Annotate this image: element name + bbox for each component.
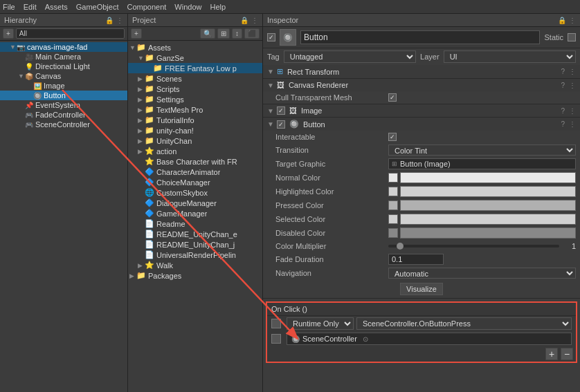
- canvas-renderer-header[interactable]: ▼ 🖼 Canvas Renderer ? ⋮: [263, 79, 580, 91]
- rect-transform-help-icon[interactable]: ?: [561, 68, 565, 75]
- hierarchy-add-btn[interactable]: +: [3, 28, 14, 39]
- file-universal-render[interactable]: 📄 UniversalRenderPipelin: [128, 250, 262, 260]
- menu-edit[interactable]: Edit: [24, 3, 37, 11]
- canvas-renderer-help-icon[interactable]: ?: [561, 82, 565, 89]
- file-readme-jp[interactable]: 📄 README_UnityChan_j: [128, 239, 262, 250]
- folder-tutorialinfo[interactable]: ▶ 📁 TutorialInfo: [128, 115, 262, 125]
- folder-settings[interactable]: ▶ 📁 Settings: [128, 94, 262, 104]
- onclick-obj-settings-icon[interactable]: ⊙: [363, 335, 368, 343]
- image-help-icon[interactable]: ?: [561, 107, 565, 115]
- project-view-btn[interactable]: ⊞: [217, 28, 230, 39]
- image-active-checkbox[interactable]: ✓: [277, 106, 285, 115]
- transition-row: Transition Color Tint: [263, 143, 580, 157]
- image-settings-icon[interactable]: ⋮: [569, 107, 576, 115]
- folder-unitychan[interactable]: ▶ 📁 UnityChan: [128, 136, 262, 146]
- button-settings-icon[interactable]: ⋮: [569, 120, 576, 128]
- highlighted-color-swatch[interactable]: [388, 187, 398, 196]
- pressed-color-swatch[interactable]: [388, 200, 398, 210]
- menu-help[interactable]: Help: [210, 3, 226, 11]
- folder-unity-chan[interactable]: ▶ 📁 unity-chan!: [128, 125, 262, 136]
- highlighted-color-input[interactable]: [400, 186, 576, 197]
- folder-packages[interactable]: ▶ 📁 Packages: [128, 270, 262, 281]
- visualize-button[interactable]: Visualize: [400, 283, 443, 295]
- color-multiplier-track[interactable]: [388, 245, 559, 248]
- onclick-obj-label: SceneController: [302, 335, 357, 343]
- file-readme[interactable]: 📄 Readme: [128, 218, 262, 229]
- folder-ganzse[interactable]: ▼ 📁 GanzSe: [128, 53, 262, 63]
- folder-textmesh[interactable]: ▶ 📁 TextMesh Pro: [128, 104, 262, 115]
- button-active-checkbox[interactable]: ✓: [277, 120, 285, 129]
- onclick-remove-button[interactable]: −: [561, 348, 573, 360]
- onclick-obj-field[interactable]: 🔘 SceneController ⊙: [287, 333, 572, 345]
- cull-transparent-checkbox[interactable]: ✓: [388, 93, 397, 102]
- image-header[interactable]: ▼ ✓ 🖼 Image ? ⋮: [263, 104, 580, 117]
- disabled-color-input[interactable]: [400, 227, 576, 239]
- gameobject-active-checkbox[interactable]: ✓: [267, 33, 275, 41]
- canvas-renderer-settings-icon[interactable]: ⋮: [569, 82, 576, 89]
- layer-select[interactable]: UI: [444, 50, 576, 63]
- project-search-btn[interactable]: 🔍: [200, 28, 215, 39]
- button-header[interactable]: ▼ ✓ 🔘 Button ? ⋮: [263, 118, 580, 131]
- folder-scripts[interactable]: ▶ 📁 Scripts: [128, 84, 262, 94]
- file-character-animator[interactable]: 🔷 CharacterAnimator: [128, 167, 262, 177]
- folder-action[interactable]: ▶ ⭐ action: [128, 146, 262, 156]
- file-custom-skybox[interactable]: 🌐 CustomSkybox: [128, 187, 262, 198]
- folder-free-fantasy[interactable]: 📁 FREE Fantasy Low p: [128, 63, 262, 73]
- project-add-btn[interactable]: +: [131, 28, 142, 39]
- pressed-color-input[interactable]: [400, 200, 576, 211]
- rect-transform-settings-icon[interactable]: ⋮: [569, 68, 576, 75]
- transition-select[interactable]: Color Tint: [388, 144, 576, 156]
- tree-item-fadecontroller[interactable]: 🎮 FadeController: [0, 110, 127, 120]
- file-readme-en[interactable]: 📄 README_UnityChan_e: [128, 229, 262, 239]
- button-help-icon[interactable]: ?: [561, 120, 565, 128]
- inspector-menu-icon[interactable]: ⋮: [569, 17, 576, 24]
- menu-file[interactable]: File: [3, 3, 15, 11]
- folder-walk[interactable]: ▶ ⭐ Walk: [128, 260, 262, 270]
- static-checkbox[interactable]: [568, 33, 576, 41]
- selected-color-input[interactable]: [400, 214, 576, 225]
- onclick-obj-drag: [271, 334, 281, 344]
- target-graphic-field[interactable]: ⊞ Button (Image): [388, 158, 576, 169]
- tree-item-canvas[interactable]: ▼ 📦 Canvas: [0, 71, 127, 81]
- tree-item-main-camera[interactable]: 🎥 Main Camera: [0, 52, 127, 62]
- tree-item-canvas-image-fad[interactable]: ▼ 📷 canvas-image-fad: [0, 42, 127, 52]
- tree-item-directional-light[interactable]: 💡 Directional Light: [0, 62, 127, 71]
- file-choice-manager[interactable]: 🔷 ChoiceManager: [128, 177, 262, 187]
- normal-color-input[interactable]: [400, 172, 576, 183]
- fade-duration-input[interactable]: [388, 254, 444, 265]
- project-menu-icon[interactable]: ⋮: [251, 17, 258, 24]
- project-sort-btn[interactable]: ↕: [232, 28, 242, 39]
- onclick-handler-select[interactable]: SceneController.OnButtonPress: [356, 317, 572, 330]
- selected-color-row: Selected Color: [263, 212, 580, 226]
- menu-gameobject[interactable]: GameObject: [76, 3, 119, 11]
- file-game-manager[interactable]: 🔷 GameManager: [128, 208, 262, 218]
- tree-item-scenecontroller[interactable]: 🎮 SceneController: [0, 120, 127, 129]
- navigation-select[interactable]: Automatic: [388, 268, 576, 279]
- file-base-character[interactable]: ⭐ Base Character with FR: [128, 156, 262, 167]
- selected-color-swatch[interactable]: [388, 214, 398, 224]
- file-dialogue-manager[interactable]: 🔷 DialogueManager: [128, 198, 262, 208]
- normal-color-swatch[interactable]: [388, 173, 398, 183]
- color-multiplier-thumb[interactable]: [397, 243, 404, 250]
- project-filter-btn[interactable]: ⬛: [244, 28, 260, 39]
- folder-assets[interactable]: ▼ 📁 Assets: [128, 42, 262, 53]
- menu-component[interactable]: Component: [127, 3, 166, 11]
- tree-item-eventsystem[interactable]: 📌 EventSystem: [0, 100, 127, 110]
- disabled-color-swatch[interactable]: [388, 228, 398, 238]
- menu-assets[interactable]: Assets: [45, 3, 68, 11]
- interactable-checkbox[interactable]: ✓: [388, 133, 397, 141]
- tree-item-image[interactable]: 🖼️ Image: [0, 81, 127, 91]
- inspector-lock-icon[interactable]: 🔒: [558, 17, 566, 24]
- tree-item-button[interactable]: 🔘 Button: [0, 91, 127, 100]
- onclick-mode-select[interactable]: Runtime Only: [287, 317, 354, 330]
- menu-window[interactable]: Window: [174, 3, 201, 11]
- hierarchy-search[interactable]: [16, 28, 125, 39]
- rect-transform-header[interactable]: ▼ ⊞ Rect Transform ? ⋮: [263, 65, 580, 78]
- hierarchy-menu-icon[interactable]: ⋮: [116, 17, 123, 24]
- gameobject-name-input[interactable]: [300, 30, 540, 44]
- onclick-add-button[interactable]: +: [545, 348, 558, 360]
- project-lock-icon[interactable]: 🔒: [240, 17, 248, 24]
- tag-select[interactable]: Untagged: [284, 50, 416, 63]
- hierarchy-lock-icon[interactable]: 🔒: [105, 17, 114, 24]
- folder-scenes[interactable]: ▶ 📁 Scenes: [128, 73, 262, 84]
